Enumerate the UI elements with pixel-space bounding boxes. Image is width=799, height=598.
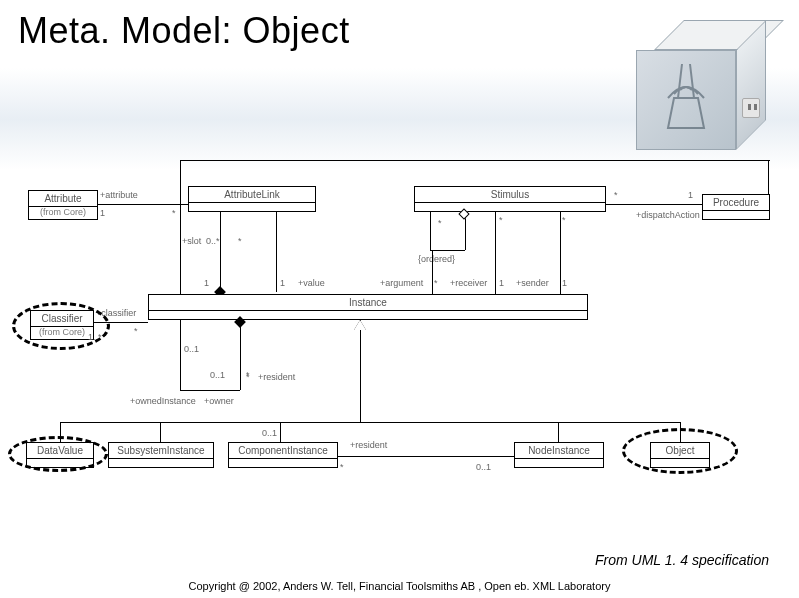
label: Procedure: [703, 195, 769, 211]
label: 1: [204, 278, 209, 288]
copyright: Copyright @ 2002, Anders W. Tell, Financ…: [0, 580, 799, 592]
label: 1: [100, 208, 105, 218]
antenna-icon: [658, 58, 714, 130]
label: *: [434, 278, 438, 288]
label: Instance: [149, 295, 587, 311]
label: *: [562, 215, 566, 225]
label: *: [340, 462, 344, 472]
box-attributelink: AttributeLink: [188, 186, 316, 212]
label: {ordered}: [418, 254, 455, 264]
label: Stimulus: [415, 187, 605, 203]
label: *: [246, 372, 250, 382]
label: (from Core): [29, 207, 97, 219]
box-componentinstance: ComponentInstance: [228, 442, 338, 468]
label: +value: [298, 278, 325, 288]
label: 0..1: [210, 370, 225, 380]
label: 1: [499, 278, 504, 288]
label: 0..1: [476, 462, 491, 472]
label: ComponentInstance: [229, 443, 337, 459]
uml-diagram: Attribute (from Core) AttributeLink +att…: [0, 160, 799, 540]
label: *: [238, 236, 242, 246]
highlight-classifier: [12, 302, 110, 350]
header: Meta. Model: Object: [0, 0, 799, 170]
label: +resident: [258, 372, 295, 382]
label: 1: [688, 190, 693, 200]
label: +dispatchAction: [636, 210, 700, 220]
page-title: Meta. Model: Object: [18, 10, 350, 52]
label: Attribute: [29, 191, 97, 207]
label: +owner: [204, 396, 234, 406]
label: +resident: [350, 440, 387, 450]
label: *: [499, 215, 503, 225]
label: 0..1: [184, 344, 199, 354]
source-note: From UML 1. 4 specification: [595, 552, 769, 568]
label: *: [134, 326, 138, 336]
plug-icon: [742, 98, 760, 118]
label: *: [438, 218, 442, 228]
label: +receiver: [450, 278, 487, 288]
box-attribute: Attribute (from Core): [28, 190, 98, 220]
label: 0..1: [262, 428, 277, 438]
box-nodeinstance: NodeInstance: [514, 442, 604, 468]
label: NodeInstance: [515, 443, 603, 459]
label: AttributeLink: [189, 187, 315, 203]
label: +slot: [182, 236, 201, 246]
label: +argument: [380, 278, 423, 288]
cube-graphic: [636, 20, 771, 160]
label: +sender: [516, 278, 549, 288]
label: +attribute: [100, 190, 138, 200]
label: 1: [280, 278, 285, 288]
highlight-datavalue: [8, 436, 108, 472]
box-subsysteminstance: SubsystemInstance: [108, 442, 214, 468]
label: *: [614, 190, 618, 200]
highlight-object: [622, 428, 738, 474]
box-stimulus: Stimulus: [414, 186, 606, 212]
box-instance: Instance: [148, 294, 588, 320]
label: +ownedInstance: [130, 396, 196, 406]
label: *: [172, 208, 176, 218]
box-procedure: Procedure: [702, 194, 770, 220]
label: 0..*: [206, 236, 220, 246]
label: 1: [562, 278, 567, 288]
label: SubsystemInstance: [109, 443, 213, 459]
